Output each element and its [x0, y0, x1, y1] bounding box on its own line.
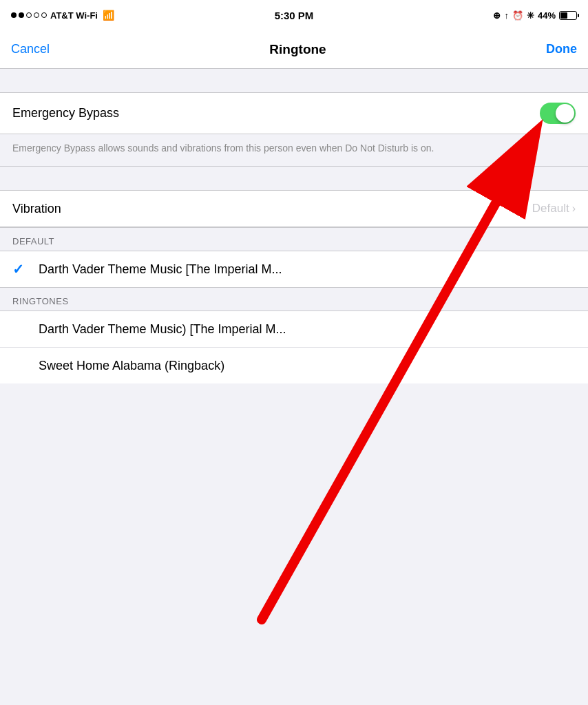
toggle-knob	[556, 104, 574, 123]
done-button[interactable]: Done	[546, 42, 577, 56]
signal-dot-5	[41, 12, 47, 18]
emergency-bypass-label: Emergency Bypass	[12, 106, 119, 120]
signal-dot-1	[11, 12, 17, 18]
emergency-bypass-row: Emergency Bypass	[0, 93, 588, 134]
ringtone-item-2[interactable]: ✓ Sweet Home Alabama (Ringback)	[0, 348, 588, 383]
checkmark-icon: ✓	[12, 261, 28, 277]
ringtones-section-header: RINGTONES	[0, 287, 588, 311]
battery-icon	[559, 11, 577, 20]
carrier-text: AT&T Wi-Fi	[50, 10, 98, 21]
status-time: 5:30 PM	[275, 10, 314, 21]
ringtone-item-1[interactable]: ✓ Darth Vader Theme Music) [The Imperial…	[0, 311, 588, 348]
page-title: Ringtone	[269, 42, 326, 57]
vibration-label: Vibration	[12, 202, 61, 216]
status-right: ⊕ ↑ ⏰ ✳ 44%	[493, 10, 577, 21]
status-bar: AT&T Wi-Fi 📶 5:30 PM ⊕ ↑ ⏰ ✳ 44%	[0, 0, 588, 30]
battery-percent: 44%	[538, 10, 556, 21]
ringtone-item-2-label: Sweet Home Alabama (Ringback)	[39, 359, 224, 373]
default-item-1-label: Darth Vader Theme Music [The Imperial M.…	[39, 262, 282, 277]
cancel-button[interactable]: Cancel	[11, 42, 50, 56]
vibration-value-group: Default ›	[532, 202, 576, 215]
default-section-header: DEFAULT	[0, 227, 588, 251]
signal-dot-3	[26, 12, 32, 18]
default-list: ✓ Darth Vader Theme Music [The Imperial …	[0, 251, 588, 287]
alarm-icon: ⏰	[512, 10, 523, 21]
arrow-icon: ↑	[504, 10, 509, 21]
wifi-icon: 📶	[103, 10, 114, 21]
vibration-value: Default	[532, 202, 569, 215]
top-spacer	[0, 69, 588, 92]
bluetooth-icon: ✳	[527, 10, 534, 21]
emergency-bypass-description: Emergency Bypass allows sounds and vibra…	[0, 134, 588, 167]
default-item-1[interactable]: ✓ Darth Vader Theme Music [The Imperial …	[0, 251, 588, 287]
location-icon: ⊕	[493, 10, 501, 21]
signal-dot-4	[34, 12, 39, 18]
ringtone-item-1-label: Darth Vader Theme Music) [The Imperial M…	[39, 322, 286, 337]
vibration-group: Vibration Default ›	[0, 190, 588, 227]
emergency-bypass-group: Emergency Bypass	[0, 92, 588, 134]
signal-dots	[11, 12, 47, 18]
ringtones-list: ✓ Darth Vader Theme Music) [The Imperial…	[0, 311, 588, 383]
spacer-2	[0, 167, 588, 190]
emergency-bypass-toggle[interactable]	[540, 103, 576, 124]
chevron-icon: ›	[572, 202, 576, 215]
status-left: AT&T Wi-Fi 📶	[11, 10, 114, 21]
nav-bar: Cancel Ringtone Done	[0, 30, 588, 69]
no-checkmark-1: ✓	[12, 321, 28, 337]
description-text: Emergency Bypass allows sounds and vibra…	[12, 143, 434, 154]
signal-dot-2	[19, 12, 24, 18]
vibration-row[interactable]: Vibration Default ›	[0, 191, 588, 227]
no-checkmark-2: ✓	[12, 357, 28, 374]
